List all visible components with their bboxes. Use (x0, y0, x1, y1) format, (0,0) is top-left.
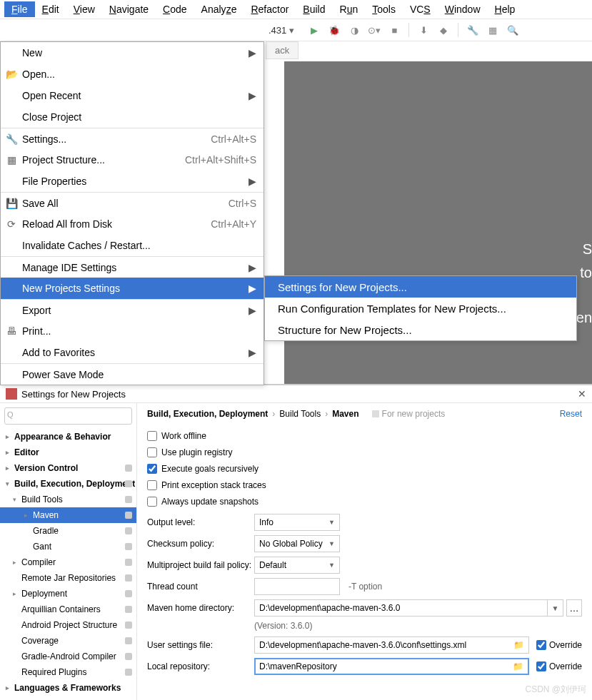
tree-node-gradle-android-compiler[interactable]: Gradle-Android Compiler (0, 649, 136, 664)
menu-item-project-structure-[interactable]: ▦Project Structure...Ctrl+Alt+Shift+S (1, 149, 264, 171)
work-offline-checkbox[interactable] (147, 431, 157, 441)
ide-body: ack S to Recen New▶📂Open...Open Recent▶C… (0, 41, 592, 384)
menu-item-power-save-mode[interactable]: Power Save Mode (1, 363, 264, 385)
menu-item-invalidate-caches-restart-[interactable]: Invalidate Caches / Restart... (1, 235, 264, 256)
debug-icon[interactable]: 🐞 (326, 22, 342, 38)
scope-tag-icon (125, 559, 132, 566)
menu-item-settings-[interactable]: 🔧Settings...Ctrl+Alt+S (1, 128, 264, 149)
tree-node-gant[interactable]: Gant (0, 539, 136, 554)
folder-icon[interactable]: 📁 (513, 640, 524, 650)
print-exc-checkbox[interactable] (147, 480, 157, 490)
coverage-icon[interactable]: ◑ (346, 22, 362, 38)
menu-item-open-[interactable]: 📂Open... (1, 64, 264, 85)
always-update-checkbox[interactable] (147, 497, 157, 507)
menu-window[interactable]: Window (438, 1, 488, 17)
menu-file[interactable]: File (4, 1, 35, 17)
thread-count-input[interactable] (254, 578, 340, 595)
reset-link[interactable]: Reset (560, 409, 582, 419)
tree-node-arquillian-containers[interactable]: Arquillian Containers (0, 602, 136, 617)
maven-home-dropdown[interactable]: ▼ (548, 599, 563, 617)
tree-node-maven[interactable]: ▸Maven (0, 507, 136, 523)
menu-build[interactable]: Build (296, 1, 332, 17)
menu-item-add-to-favorites[interactable]: Add to Favorites▶ (1, 342, 264, 363)
menubar: File Edit View Navigate Code Analyze Ref… (0, 0, 592, 19)
maven-home-input[interactable]: D:\development\apache-maven-3.6.0 (254, 599, 548, 617)
menu-item-export[interactable]: Export▶ (1, 299, 264, 320)
profile-icon[interactable]: ⊙▾ (366, 22, 382, 38)
menu-item-print-[interactable]: 🖶Print... (1, 320, 264, 342)
submenu-item[interactable]: Run Configuration Templates for New Proj… (265, 298, 576, 319)
ide-window: File Edit View Navigate Code Analyze Ref… (0, 0, 592, 385)
menu-navigate[interactable]: Navigate (102, 1, 156, 17)
menu-edit[interactable]: Edit (35, 1, 66, 17)
stop-icon[interactable]: ■ (386, 22, 402, 38)
toolbar: .431 ▾ ▶ 🐞 ◑ ⊙▾ ■ ⬇ ◆ 🔧 ▦ 🔍 (0, 19, 592, 41)
menu-item-reload-all-from-disk[interactable]: ⟳Reload All from DiskCtrl+Alt+Y (1, 213, 264, 235)
menu-item-new[interactable]: New▶ (1, 42, 264, 64)
menu-item-new-projects-settings[interactable]: New Projects Settings▶ (1, 278, 264, 299)
menu-item-close-project[interactable]: Close Project (1, 106, 264, 128)
menu-help[interactable]: Help (488, 1, 523, 17)
tree-node-languages-frameworks[interactable]: ▸Languages & Frameworks (0, 680, 136, 696)
tree-node-remote-jar-repositories[interactable]: Remote Jar Repositories (0, 570, 136, 586)
maven-home-browse[interactable]: … (566, 599, 582, 617)
local-repo-input[interactable]: D:\mavenRepository📁 (254, 658, 529, 675)
menu-analyze[interactable]: Analyze (194, 1, 244, 17)
use-plugin-checkbox[interactable] (147, 447, 157, 457)
menu-vcs[interactable]: VCS (403, 1, 438, 17)
submenu-arrow-icon: ▶ (249, 283, 256, 294)
checksum-select[interactable]: No Global Policy▼ (254, 535, 340, 552)
menu-item-open-recent[interactable]: Open Recent▶ (1, 85, 264, 106)
tree-node-tools[interactable]: ▸Tools (0, 696, 136, 700)
menu-icon: 🖶 (5, 325, 18, 337)
menu-run[interactable]: Run (333, 1, 366, 17)
tree-node-compiler[interactable]: ▸Compiler (0, 554, 136, 570)
menu-item-file-properties[interactable]: File Properties▶ (1, 171, 264, 192)
run-icon[interactable]: ▶ (306, 22, 322, 38)
submenu-arrow-icon: ▶ (249, 262, 256, 273)
output-level-select[interactable]: Info▼ (254, 514, 340, 531)
scope-tag-icon (125, 590, 132, 597)
menu-item-manage-ide-settings[interactable]: Manage IDE Settings▶ (1, 256, 264, 278)
tree-node-version-control[interactable]: ▸Version Control (0, 460, 136, 476)
tree-node-gradle[interactable]: Gradle (0, 523, 136, 539)
settings-dialog: Settings for New Projects ✕ Q ▸Appearanc… (0, 385, 592, 700)
override-user-checkbox[interactable] (536, 640, 546, 650)
scope-tag-icon (125, 480, 132, 487)
tree-node-editor[interactable]: ▸Editor (0, 445, 136, 460)
override-repo-checkbox[interactable] (536, 661, 546, 671)
wrench-icon[interactable]: 🔧 (465, 22, 481, 38)
settings-title: Settings for New Projects (21, 389, 126, 400)
close-icon[interactable]: ✕ (578, 388, 586, 400)
multiproject-select[interactable]: Default▼ (254, 557, 340, 574)
search-icon[interactable]: 🔍 (505, 22, 521, 38)
menu-code[interactable]: Code (156, 1, 194, 17)
settings-tree: Q ▸Appearance & Behavior▸Editor▸Version … (0, 403, 137, 700)
tree-node-appearance-behavior[interactable]: ▸Appearance & Behavior (0, 429, 136, 445)
menu-tools[interactable]: Tools (365, 1, 403, 17)
submenu-arrow-icon: ▶ (249, 47, 256, 59)
submenu-item[interactable]: Settings for New Projects... (265, 276, 576, 298)
vcs-commit-icon[interactable]: ◆ (436, 22, 451, 38)
submenu-item[interactable]: Structure for New Projects... (265, 319, 576, 340)
tree-node-android-project-structure[interactable]: Android Project Structure (0, 617, 136, 633)
tree-node-coverage[interactable]: Coverage (0, 633, 136, 649)
tree-node-build-tools[interactable]: ▾Build Tools (0, 492, 136, 507)
search-input[interactable] (4, 407, 132, 425)
exec-recursive-checkbox[interactable] (147, 464, 157, 474)
for-new-projects-badge: For new projects (372, 409, 446, 419)
menu-view[interactable]: View (66, 1, 102, 17)
menu-refactor[interactable]: Refactor (244, 1, 296, 17)
menu-icon: ▦ (5, 154, 18, 166)
tree-node-deployment[interactable]: ▸Deployment (0, 586, 136, 602)
folder-icon[interactable]: 📁 (513, 661, 523, 671)
structure-icon[interactable]: ▦ (485, 22, 501, 38)
tree-node-required-plugins[interactable]: Required Plugins (0, 664, 136, 680)
menu-item-save-all[interactable]: 💾Save AllCtrl+S (1, 192, 264, 213)
user-settings-input[interactable]: D:\development\apache-maven-3.6.0\conf\s… (254, 636, 529, 654)
tree-node-build-execution-deployment[interactable]: ▾Build, Execution, Deployment (0, 476, 136, 492)
vcs-update-icon[interactable]: ⬇ (416, 22, 431, 38)
settings-content: Build, Execution, Deployment › Build Too… (137, 403, 592, 700)
run-config-dropdown[interactable]: ▾ (289, 25, 294, 36)
editor-tab[interactable]: ack (266, 41, 298, 59)
